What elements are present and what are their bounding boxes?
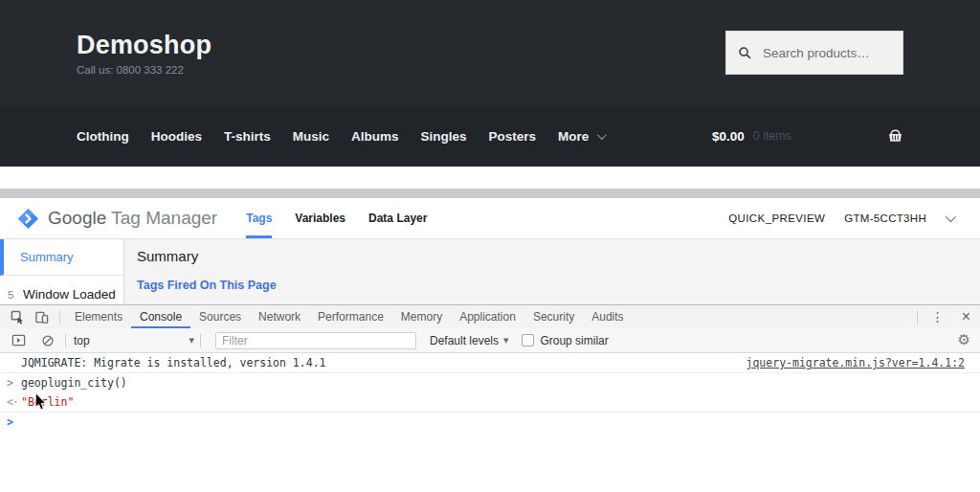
gtm-tab-data-layer[interactable]: Data Layer	[368, 198, 427, 238]
nav-item-posters[interactable]: Posters	[489, 129, 537, 144]
log-levels-dropdown[interactable]: Default levels ▼	[430, 334, 508, 347]
devtools-tab-performance[interactable]: Performance	[309, 305, 392, 328]
search-icon	[738, 46, 752, 60]
console-command-text: geoplugin_city()	[21, 376, 127, 391]
group-similar-checkbox[interactable]	[522, 334, 534, 347]
devtools-tab-elements[interactable]: Elements	[66, 305, 131, 328]
console-log-text: JQMIGRATE: Migrate is installed, version…	[21, 356, 326, 370]
devtools-menu-icon[interactable]: ⋮	[924, 309, 952, 324]
dropdown-arrow-icon: ▼	[503, 337, 508, 345]
dropdown-arrow-icon: ▼	[189, 337, 194, 345]
shop-tagline: Call us: 0800 333 222	[77, 64, 212, 76]
devtools-tab-security[interactable]: Security	[524, 305, 583, 328]
product-search-box[interactable]	[725, 31, 903, 75]
inspect-element-icon[interactable]	[6, 305, 30, 328]
devtools-tab-console[interactable]: Console	[131, 305, 190, 328]
gtm-sidebar-item-window-loaded[interactable]: 5 Window Loaded	[0, 276, 123, 302]
devtools-tabbar-right: ⋮ ×	[911, 305, 980, 328]
gtm-content: Summary 5 Window Loaded Summary Tags Fir…	[0, 239, 980, 304]
gtm-logo-icon	[17, 208, 39, 230]
console-sidebar-toggle-icon[interactable]	[7, 333, 31, 347]
nav-item-albums[interactable]: Albums	[351, 129, 399, 144]
devtools-tabbar: Elements Console Sources Network Perform…	[0, 305, 980, 328]
console-command-row: > geoplugin_city()	[0, 373, 980, 392]
log-levels-label: Default levels	[430, 334, 499, 347]
devtools-tab-sources[interactable]: Sources	[190, 305, 250, 328]
toolbar-separator	[200, 334, 201, 347]
console-filter-input[interactable]	[215, 332, 416, 349]
gtm-brand: GoogleTag Manager	[48, 208, 217, 229]
shop-header: Demoshop Call us: 0800 333 222 Clothing …	[0, 0, 980, 167]
gtm-event-index: 5	[8, 289, 21, 301]
group-similar-label: Group similar	[540, 334, 608, 347]
console-output[interactable]: JQMIGRATE: Migrate is installed, version…	[0, 353, 980, 492]
console-toolbar: top ▼ Default levels ▼ Group similar ⚙	[0, 328, 980, 353]
gtm-tab-tags[interactable]: Tags	[246, 198, 272, 238]
shop-nav: Clothing Hoodies T-shirts Music Albums S…	[0, 105, 980, 167]
result-arrow-icon: <·	[0, 395, 21, 410]
nav-item-tshirts[interactable]: T-shirts	[224, 129, 271, 144]
gtm-sidebar-summary-label: Summary	[20, 250, 74, 264]
gtm-tags-fired-link[interactable]: Tags Fired On This Page	[137, 279, 980, 292]
chevron-down-icon	[597, 130, 607, 140]
nav-item-singles[interactable]: Singles	[421, 129, 467, 144]
toolbar-separator	[917, 310, 918, 324]
gtm-preview-badge: QUICK_PREVIEW	[728, 212, 825, 224]
prompt-chevron-icon: >	[0, 415, 21, 430]
devtools-tab-memory[interactable]: Memory	[392, 305, 451, 328]
devtools-close-icon[interactable]: ×	[952, 308, 980, 325]
context-selector[interactable]: top ▼	[74, 334, 194, 347]
cart-area: $0.00 0 items	[712, 128, 903, 144]
gtm-event-label: Window Loaded	[23, 287, 116, 302]
cart-basket-icon[interactable]	[887, 128, 903, 144]
device-toolbar-icon[interactable]	[30, 305, 54, 328]
console-log-row: JQMIGRATE: Migrate is installed, version…	[0, 353, 980, 373]
shop-brand: Demoshop Call us: 0800 333 222	[77, 31, 212, 76]
toolbar-separator	[59, 310, 60, 324]
gtm-container-id: GTM-5CCT3HH	[844, 212, 926, 224]
gtm-tab-variables[interactable]: Variables	[295, 198, 345, 238]
nav-item-hoodies[interactable]: Hoodies	[151, 129, 202, 144]
console-result-value: "Berlin"	[21, 395, 74, 410]
gtm-sidebar: Summary 5 Window Loaded	[0, 239, 124, 304]
devtools-tab-application[interactable]: Application	[451, 305, 524, 328]
devtools-panel: Elements Console Sources Network Perform…	[0, 304, 980, 492]
console-prompt-row[interactable]: >	[0, 413, 980, 432]
gtm-header-right: QUICK_PREVIEW GTM-5CCT3HH	[728, 212, 980, 224]
cart-total[interactable]: $0.00	[712, 129, 745, 144]
context-selector-value: top	[74, 334, 90, 347]
nav-item-clothing[interactable]: Clothing	[77, 129, 129, 144]
gtm-collapse-chevron-icon[interactable]	[946, 212, 956, 222]
cart-item-count: 0 items	[753, 129, 791, 143]
clear-console-icon[interactable]	[36, 334, 59, 347]
gtm-summary-heading: Summary	[137, 248, 980, 264]
console-result-row: <· "Berlin"	[0, 392, 980, 413]
nav-item-music[interactable]: Music	[293, 129, 329, 144]
gtm-sidebar-item-summary[interactable]: Summary	[0, 239, 123, 276]
nav-item-more-label: More	[558, 129, 589, 144]
gtm-tabs: Tags Variables Data Layer	[246, 198, 427, 238]
nav-item-more[interactable]: More	[558, 129, 604, 144]
shop-nav-items: Clothing Hoodies T-shirts Music Albums S…	[77, 129, 604, 144]
gtm-panel-top-strip	[0, 189, 980, 198]
command-chevron-icon: >	[0, 376, 21, 391]
gtm-brand-google: Google	[48, 208, 106, 228]
shop-title: Demoshop	[77, 31, 212, 60]
toolbar-separator	[65, 334, 66, 347]
gtm-main-panel: Summary Tags Fired On This Page	[124, 239, 980, 304]
gtm-header: GoogleTag Manager Tags Variables Data La…	[0, 198, 980, 239]
browser-viewport: Demoshop Call us: 0800 333 222 Clothing …	[0, 0, 980, 492]
devtools-tab-audits[interactable]: Audits	[583, 305, 632, 328]
console-source-link[interactable]: jquery-migrate.min.js?ver=1.4.1:2	[746, 356, 965, 370]
console-settings-gear-icon[interactable]: ⚙	[958, 333, 970, 347]
devtools-tab-network[interactable]: Network	[250, 305, 309, 328]
shop-header-top: Demoshop Call us: 0800 333 222	[0, 0, 980, 105]
gtm-brand-product: Tag Manager	[111, 208, 217, 228]
search-input[interactable]	[761, 45, 891, 61]
